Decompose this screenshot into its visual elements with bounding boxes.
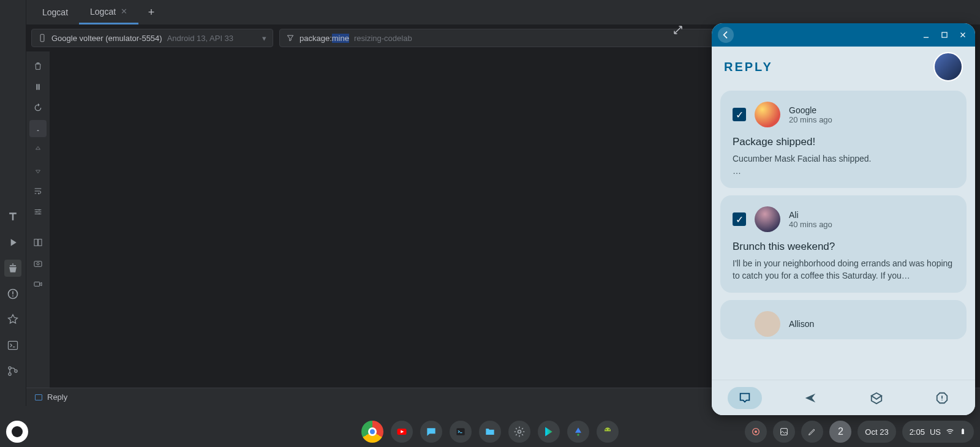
svg-point-22 [755,430,757,433]
status-label: Reply [47,393,67,402]
filter-icon [286,34,295,42]
left-tool-rail [0,0,26,406]
vcs-tool-icon[interactable] [4,362,21,380]
close-button[interactable] [957,29,969,41]
svg-point-8 [39,213,40,214]
split-button[interactable] [29,234,47,251]
resize-handle-icon[interactable] [673,24,684,38]
svg-point-6 [39,209,40,211]
nav-sent[interactable] [793,387,827,409]
scroll-end-button[interactable] [29,120,47,137]
prev-button[interactable] [29,141,47,158]
notification-badge[interactable]: 2 [829,421,851,443]
launcher-button[interactable] [6,421,28,443]
play-store-app-icon[interactable] [538,421,560,443]
sender-avatar [755,311,780,337]
screenshot-tray-icon[interactable] [773,421,795,443]
settings-app-icon[interactable] [508,421,530,443]
emulator-panel: REPLY ✓ Google 20 mins ago Package shipp… [712,23,975,415]
status-pill[interactable]: 2:05 US [902,421,974,443]
next-button[interactable] [29,162,47,179]
add-tab-button[interactable]: + [142,3,160,21]
sender-name: Ali [789,210,832,220]
sender-name: Allison [789,319,814,329]
svg-rect-24 [962,429,964,434]
svg-rect-5 [40,34,44,42]
profile-avatar[interactable] [933,52,963,81]
tab-logcat-2[interactable]: Logcat ✕ [79,0,138,24]
terminal-tool-icon[interactable] [4,337,21,354]
logcat-tool-icon[interactable] [4,260,21,277]
email-body: Cucumber Mask Facial has shipped. … [733,153,954,177]
status-indicator-icon [35,394,42,400]
system-tray: 2 Oct 23 2:05 US [745,421,974,443]
svg-rect-1 [9,341,18,349]
youtube-app-icon[interactable] [391,421,413,443]
messages-app-icon[interactable] [420,421,442,443]
nav-inbox[interactable] [728,387,762,409]
app-header: REPLY [712,47,975,87]
date-pill[interactable]: Oct 23 [858,421,895,443]
nav-spam[interactable] [925,387,959,409]
email-card[interactable]: Allison [720,300,967,339]
close-icon[interactable]: ✕ [121,7,127,16]
chrome-app-icon[interactable] [361,421,383,443]
email-list[interactable]: ✓ Google 20 mins ago Package shipped! Cu… [712,87,975,380]
sent-time: 20 mins ago [789,115,832,124]
checkbox-icon[interactable]: ✓ [733,212,746,226]
device-selector[interactable]: Google volteer (emulator-5554) Android 1… [31,29,273,47]
bottom-nav [712,380,975,415]
problems-tool-icon[interactable] [4,285,21,302]
record-tray-icon[interactable] [745,421,767,443]
email-subject: Package shipped! [733,136,954,148]
settings-button[interactable] [29,203,47,220]
device-name: Google volteer (emulator-5554) [51,34,162,43]
terminal-app-icon[interactable] [450,421,472,443]
email-card[interactable]: ✓ Ali 40 mins ago Brunch this weekend? I… [720,195,967,293]
checkbox-icon[interactable]: ✓ [733,108,746,121]
run-tool-icon[interactable] [4,234,21,251]
sender-avatar [755,102,780,127]
pen-tray-icon[interactable] [801,421,823,443]
pause-log-button[interactable] [29,78,47,96]
chevron-down-icon: ▾ [262,34,266,43]
record-button[interactable] [29,276,47,293]
android-studio-app-icon[interactable] [567,421,589,443]
sent-time: 40 mins ago [789,220,832,229]
text-tool-icon[interactable] [4,208,21,225]
svg-point-3 [9,373,11,375]
sender-avatar [755,206,780,232]
restart-log-button[interactable] [29,99,47,116]
maximize-button[interactable] [938,29,951,41]
wifi-icon [946,427,954,436]
svg-rect-9 [34,239,37,246]
tab-logcat-1[interactable]: Logcat [31,0,79,24]
email-card[interactable]: ✓ Google 20 mins ago Package shipped! Cu… [720,91,967,188]
files-app-icon[interactable] [479,421,501,443]
svg-point-20 [609,429,610,430]
logcat-tabs: Logcat Logcat ✕ + [26,0,980,24]
svg-rect-25 [962,429,963,429]
email-body: I'll be in your neighborhood doing erran… [733,258,954,282]
device-hint: Android 13, API 33 [167,34,233,43]
nav-drafts[interactable] [859,387,894,409]
svg-point-17 [518,430,521,434]
svg-point-4 [15,370,17,372]
battery-icon [959,427,967,436]
android-app-icon[interactable] [597,421,619,443]
os-taskbar: 2 Oct 23 2:05 US [0,416,980,447]
clear-log-button[interactable] [29,58,47,75]
back-button[interactable] [718,27,734,43]
svg-rect-11 [34,261,42,267]
app-quality-tool-icon[interactable] [4,311,21,328]
wrap-button[interactable] [29,182,47,200]
phone-icon [38,34,47,42]
svg-rect-14 [942,32,947,37]
minimize-button[interactable] [920,29,932,41]
screenshot-button[interactable] [29,255,47,272]
svg-rect-13 [34,282,40,287]
logcat-side-tools [26,51,50,388]
svg-point-2 [9,367,11,369]
filter-package: package:mine [300,34,349,43]
filter-query: resizing-codelab [354,34,412,43]
